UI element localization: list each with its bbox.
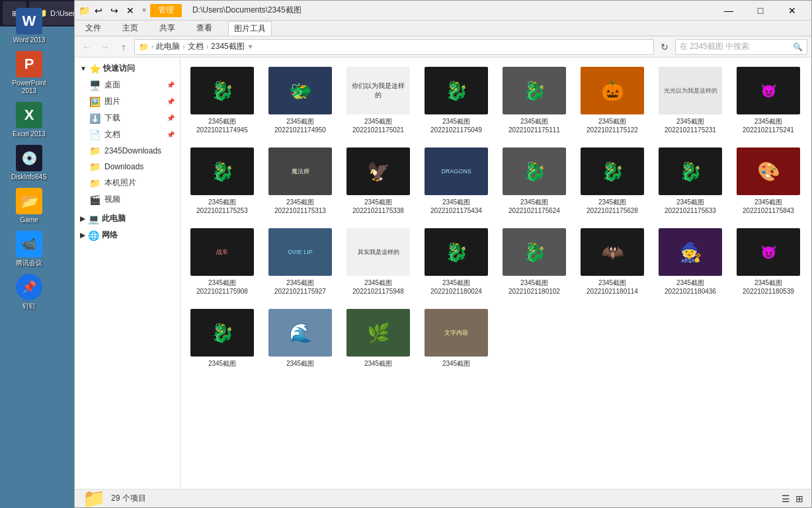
sidebar-quickaccess-toggle[interactable]: ▼ ⭐ 快速访问 xyxy=(75,60,180,77)
ribbon-tab-view[interactable]: 查看 xyxy=(191,21,218,35)
file-item[interactable]: 🐉 2345截图 xyxy=(186,305,259,372)
status-count: 29 个项目 xyxy=(111,493,146,504)
folder-icon-downloads: 📁 xyxy=(89,161,101,172)
desktop-icon-tencent[interactable]: 📹 腾讯会议 xyxy=(3,228,56,270)
file-thumbnail: 🐉 xyxy=(190,148,254,195)
up-button[interactable]: ↑ xyxy=(116,39,132,55)
file-item[interactable]: 🌊 2345截图 xyxy=(264,305,337,372)
file-item[interactable]: 其实我是这样的 2345截图20221021175948 xyxy=(342,224,415,300)
sidebar-item-pictures[interactable]: 🖼️ 图片 📌 xyxy=(75,93,180,110)
file-item[interactable]: 🐉 2345截图20221021174945 xyxy=(186,63,259,138)
file-thumbnail: 🐉 xyxy=(425,67,488,114)
file-item[interactable]: 🐲 2345截图20221021174950 xyxy=(264,63,337,138)
breadcrumb-folder[interactable]: 2345截图 xyxy=(211,41,245,52)
file-item[interactable]: 🦇 2345截图20221021180114 xyxy=(576,224,649,300)
file-name: 2345截图 xyxy=(442,359,470,368)
file-name: 2345截图20221021175231 xyxy=(665,117,716,134)
file-item[interactable]: 😈 2345截图20221021180539 xyxy=(732,224,805,300)
breadcrumb-documents[interactable]: 文档 xyxy=(188,41,204,52)
file-item[interactable]: 战车 2345截图20221021175908 xyxy=(186,224,259,300)
refresh-button[interactable]: ↻ xyxy=(657,39,672,55)
maximize-button[interactable]: □ xyxy=(745,1,776,21)
search-placeholder: 在 2345截图 中搜索 xyxy=(680,41,749,52)
file-thumbnail: 🐉 xyxy=(190,309,254,357)
file-item[interactable]: 🦅 2345截图20221021175338 xyxy=(342,144,415,219)
file-item[interactable]: 你们以为我是这样的 2345截图20221021175021 xyxy=(342,63,415,138)
file-item[interactable]: 🐉 2345截图20221021180102 xyxy=(498,224,571,300)
file-item[interactable]: 🧙 2345截图20221021180436 xyxy=(654,224,727,300)
file-item[interactable]: DRAGONS 2345截图20221021175434 xyxy=(420,144,493,219)
forward-button: → xyxy=(97,39,113,55)
file-item[interactable]: OVIE LIP 2345截图20221021175927 xyxy=(264,224,337,300)
file-thumbnail: 🐉 xyxy=(581,148,644,195)
desktop-icon-game[interactable]: 📂 Game xyxy=(3,185,56,227)
sidebar-network-toggle[interactable]: ▶ 🌐 网络 xyxy=(75,227,180,243)
desktop-icon-excel[interactable]: X Excel 2013 xyxy=(3,99,56,141)
breadcrumb-bar[interactable]: 📁 › 此电脑 › 文档 › 2345截图 ▼ xyxy=(134,39,654,55)
file-item[interactable]: 🐉 2345截图20221021180024 xyxy=(420,224,493,300)
close-button[interactable]: ✕ xyxy=(777,1,807,21)
toolbar-delete[interactable]: ✕ xyxy=(124,4,137,17)
file-name: 2345截图20221021175253 xyxy=(196,198,248,215)
file-item[interactable]: 🐉 2345截图20221021175111 xyxy=(498,63,571,138)
desktop-icon-word[interactable]: W Word 2013 xyxy=(3,5,56,47)
ribbon-tab-picture-tools[interactable]: 图片工具 xyxy=(228,21,272,36)
pictures-icon: 🖼️ xyxy=(89,97,101,107)
toolbar-undo[interactable]: ↩ xyxy=(92,4,105,17)
file-thumbnail: OVIE LIP xyxy=(268,228,332,276)
file-thumbnail: 🌊 xyxy=(268,309,332,357)
desktop-icon-ppt-label: PowerPoint 2013 xyxy=(5,79,53,95)
desktop-icon-ppt[interactable]: P PowerPoint 2013 xyxy=(3,48,56,98)
sidebar-item-2345downloads[interactable]: 📁 2345Downloads xyxy=(75,143,180,159)
file-name: 2345截图20221021175434 xyxy=(430,198,482,215)
file-name: 2345截图20221021175241 xyxy=(743,117,794,134)
search-box[interactable]: 在 2345截图 中搜索 🔍 xyxy=(675,39,807,55)
sidebar-network-label: 网络 xyxy=(102,230,118,241)
file-item[interactable]: 😈 2345截图20221021175241 xyxy=(732,63,805,138)
file-name: 2345截图20221021180114 xyxy=(587,278,638,296)
sidebar-item-documents[interactable]: 📄 文档 📌 xyxy=(75,126,180,143)
file-item[interactable]: 光光以为我是这样的 2345截图20221021175231 xyxy=(654,63,727,138)
file-item[interactable]: 🌿 2345截图 xyxy=(342,305,415,372)
file-item[interactable]: 🐉 2345截图20221021175628 xyxy=(576,144,649,219)
ribbon-tab-share[interactable]: 共享 xyxy=(154,21,181,35)
file-item[interactable]: 文字内容 2345截图 xyxy=(420,305,493,372)
sidebar-item-local-photos[interactable]: 📁 本机照片 xyxy=(75,175,180,191)
downloads-icon: ⬇️ xyxy=(89,113,101,124)
ribbon-tab-file[interactable]: 文件 xyxy=(80,21,106,35)
toolbar-redo[interactable]: ↪ xyxy=(108,4,121,17)
file-item[interactable]: 🐉 2345截图20221021175624 xyxy=(498,144,571,219)
file-name: 2345截图20221021175843 xyxy=(743,198,794,215)
ribbon-manage-tab[interactable]: 管理 xyxy=(150,4,182,17)
sidebar-quickaccess-label: 快速访问 xyxy=(103,63,135,74)
explorer-window: 📁 ↩ ↪ ✕ ▼ 管理 D:\Users\Documents\2345截图 —… xyxy=(74,0,812,508)
sidebar-item-desktop[interactable]: 🖥️ 桌面 📌 xyxy=(75,77,180,93)
file-name: 2345截图20221021175313 xyxy=(274,198,326,215)
file-item[interactable]: 🎃 2345截图20221021175122 xyxy=(576,63,649,138)
desktop-icon-dingding[interactable]: 📌 钉钉 xyxy=(3,271,56,313)
status-view-icon-grid[interactable]: ⊞ xyxy=(795,493,803,504)
file-item[interactable]: 🎨 2345截图20221021175843 xyxy=(732,144,805,219)
file-name: 2345截图20221021180436 xyxy=(665,278,716,296)
desktop-icon-dingding-label: 钉钉 xyxy=(22,302,36,310)
file-item[interactable]: 魔法师 2345截图20221021175313 xyxy=(264,144,337,219)
desktop-icon-game-label: Game xyxy=(20,216,38,224)
sidebar-item-video-label: 视频 xyxy=(104,194,175,205)
breadcrumb-this-pc[interactable]: 此电脑 xyxy=(156,41,180,52)
file-name: 2345截图20221021180539 xyxy=(743,278,794,296)
file-thumbnail: 🧙 xyxy=(659,228,722,276)
sidebar-item-downloads-folder[interactable]: 📁 Downloads xyxy=(75,159,180,175)
folder-icon-photos: 📁 xyxy=(89,178,101,189)
sidebar-item-downloads[interactable]: ⬇️ 下载 📌 xyxy=(75,110,180,126)
desktop-icon-diskinfo[interactable]: 💿 DiskInfo64S xyxy=(3,142,56,184)
file-thumbnail: DRAGONS xyxy=(425,148,488,195)
minimize-button[interactable]: — xyxy=(713,1,744,21)
file-item[interactable]: 🐉 2345截图20221021175049 xyxy=(420,63,493,138)
ribbon-tab-home[interactable]: 主页 xyxy=(117,21,143,35)
file-item[interactable]: 🐉 2345截图20221021175633 xyxy=(654,144,727,219)
sidebar-thispc-toggle[interactable]: ▶ 💻 此电脑 xyxy=(75,210,180,227)
file-item[interactable]: 🐉 2345截图20221021175253 xyxy=(186,144,259,219)
file-name: 2345截图20221021180024 xyxy=(430,278,482,296)
status-view-icon-list[interactable]: ☰ xyxy=(782,493,790,504)
sidebar-item-video[interactable]: 🎬 视频 xyxy=(75,191,180,208)
